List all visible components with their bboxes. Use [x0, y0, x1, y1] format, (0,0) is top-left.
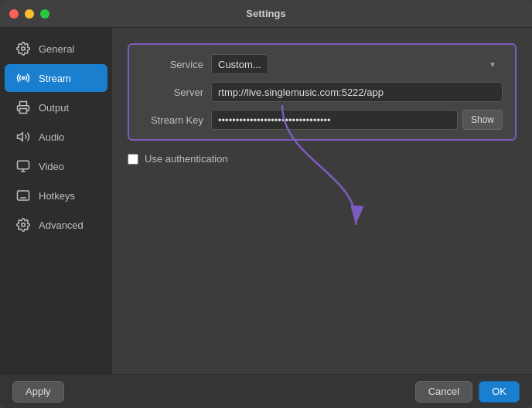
- service-select-wrapper: Custom... ▼: [211, 54, 503, 74]
- sidebar: General Stream: [0, 28, 112, 374]
- service-label: Service: [142, 59, 203, 70]
- hotkeys-icon: [15, 188, 31, 203]
- svg-marker-3: [18, 133, 23, 141]
- svg-point-8: [22, 223, 26, 227]
- window-controls: [9, 9, 49, 19]
- sidebar-item-hotkeys[interactable]: Hotkeys: [5, 182, 107, 209]
- stream-settings-panel: Service Custom... ▼ Server Stream Key: [128, 43, 517, 141]
- svg-rect-4: [18, 161, 29, 169]
- maximize-button[interactable]: [40, 9, 49, 19]
- bottom-bar: Apply Cancel OK: [0, 374, 532, 408]
- service-row: Service Custom... ▼: [142, 54, 503, 74]
- apply-button[interactable]: Apply: [12, 381, 64, 403]
- cancel-button[interactable]: Cancel: [415, 381, 472, 403]
- chevron-down-icon: ▼: [489, 60, 496, 69]
- audio-label: Audio: [39, 131, 64, 143]
- bottom-right-actions: Cancel OK: [415, 381, 520, 403]
- advanced-label: Advanced: [39, 219, 84, 231]
- audio-icon: [15, 129, 31, 144]
- general-icon: [15, 41, 31, 56]
- output-label: Output: [39, 102, 69, 114]
- close-button[interactable]: [9, 9, 19, 19]
- video-label: Video: [39, 161, 64, 172]
- server-label: Server: [142, 87, 203, 98]
- advanced-icon: [15, 217, 31, 233]
- main-panel: Service Custom... ▼ Server Stream Key: [112, 28, 532, 374]
- sidebar-item-general[interactable]: General: [5, 35, 107, 63]
- svg-point-1: [22, 77, 25, 80]
- stream-label: Stream: [39, 73, 71, 84]
- stream-key-wrapper: Show: [211, 110, 503, 130]
- stream-key-row: Stream Key Show: [142, 110, 503, 130]
- server-row: Server: [142, 82, 503, 102]
- hotkeys-label: Hotkeys: [39, 190, 75, 202]
- use-auth-checkbox[interactable]: [128, 154, 138, 165]
- svg-rect-2: [20, 109, 27, 114]
- auth-checkbox-row: Use authentication: [128, 153, 517, 165]
- server-input[interactable]: [211, 82, 503, 102]
- content-area: General Stream: [0, 28, 532, 374]
- settings-window: Settings General: [0, 0, 532, 408]
- sidebar-item-stream[interactable]: Stream: [5, 64, 107, 92]
- stream-key-input[interactable]: [211, 110, 458, 130]
- stream-icon: [15, 70, 31, 86]
- output-icon: [15, 100, 31, 115]
- sidebar-item-audio[interactable]: Audio: [5, 123, 107, 151]
- minimize-button[interactable]: [25, 9, 34, 19]
- general-label: General: [39, 43, 74, 55]
- sidebar-item-advanced[interactable]: Advanced: [5, 211, 107, 239]
- titlebar: Settings: [0, 0, 532, 28]
- ok-button[interactable]: OK: [479, 381, 520, 403]
- stream-key-label: Stream Key: [142, 114, 203, 126]
- service-select[interactable]: Custom...: [211, 54, 268, 74]
- sidebar-item-output[interactable]: Output: [5, 94, 107, 121]
- video-icon: [15, 158, 31, 174]
- sidebar-item-video[interactable]: Video: [5, 152, 107, 180]
- show-button[interactable]: Show: [462, 110, 503, 130]
- svg-point-0: [22, 47, 26, 51]
- use-auth-label: Use authentication: [145, 153, 228, 165]
- bottom-left-actions: Apply: [12, 381, 64, 403]
- window-title: Settings: [246, 8, 285, 19]
